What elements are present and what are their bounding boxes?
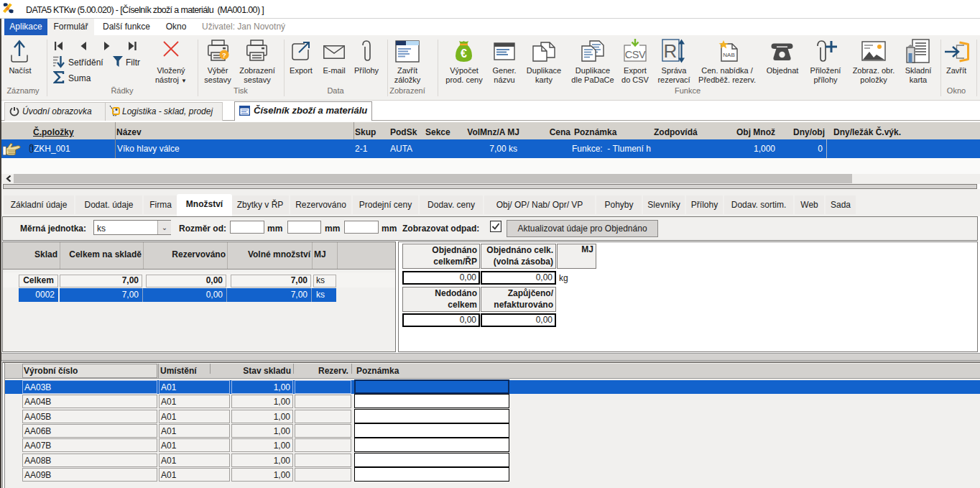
svg-text:?: ? bbox=[222, 51, 226, 59]
svg-text:€: € bbox=[461, 47, 467, 60]
svg-text:CSV: CSV bbox=[625, 49, 646, 60]
svg-text:NAB: NAB bbox=[723, 52, 734, 58]
svg-text:R: R bbox=[664, 40, 678, 62]
